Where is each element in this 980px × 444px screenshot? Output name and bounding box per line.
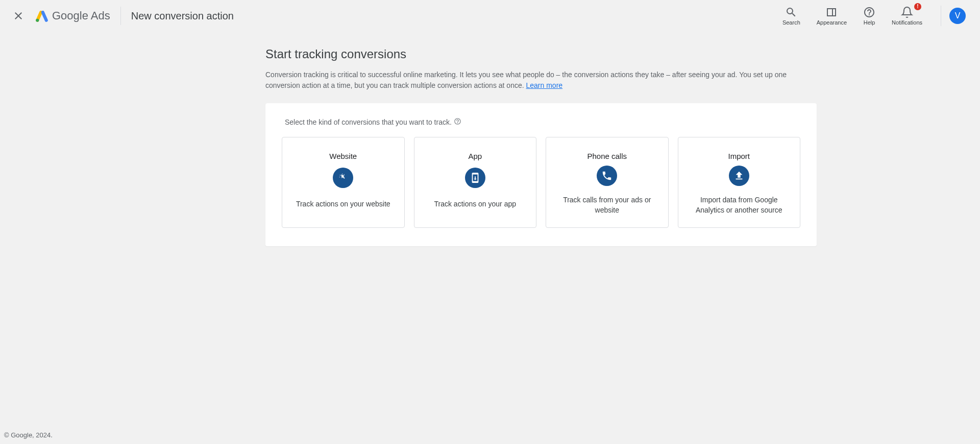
options-panel: Select the kind of conversions that you … (265, 103, 817, 246)
upload-icon (729, 166, 749, 186)
header-right-divider (941, 6, 941, 26)
mobile-app-icon (465, 168, 485, 188)
app-header: Google Ads New conversion action Search … (0, 0, 980, 32)
google-ads-logo-icon (35, 9, 49, 23)
brand-text: Google Ads (52, 9, 110, 22)
option-card-import[interactable]: Import Import data from Google Analytics… (678, 137, 801, 228)
option-card-phone[interactable]: Phone calls Track calls from your ads or… (546, 137, 669, 228)
help-label: Help (864, 19, 875, 26)
close-button[interactable] (12, 10, 24, 22)
appearance-label: Appearance (817, 19, 847, 26)
main-content: Start tracking conversions Conversion tr… (148, 32, 832, 267)
footer-copyright: © Google, 2024. (4, 431, 53, 439)
main-heading: Start tracking conversions (265, 47, 817, 61)
page-title: New conversion action (131, 10, 234, 22)
option-card-website[interactable]: Website Track actions on your website (282, 137, 405, 228)
phone-icon (597, 166, 617, 186)
help-icon (863, 6, 875, 18)
search-icon (785, 6, 797, 18)
cursor-click-icon (333, 168, 353, 188)
learn-more-link[interactable]: Learn more (526, 81, 563, 89)
header-left: Google Ads New conversion action (12, 7, 234, 25)
notifications-label: Notifications (892, 19, 922, 26)
header-right: Search Appearance Help ! Notifications V (776, 4, 968, 28)
bell-icon (901, 6, 913, 18)
main-description: Conversion tracking is critical to succe… (265, 69, 817, 91)
help-button[interactable]: Help (857, 4, 881, 28)
option-desc: Import data from Google Analytics or ano… (687, 195, 792, 215)
avatar[interactable]: V (949, 8, 966, 24)
option-title: Phone calls (587, 152, 627, 160)
search-label: Search (782, 19, 800, 26)
appearance-icon (825, 6, 838, 18)
appearance-button[interactable]: Appearance (811, 4, 853, 28)
option-desc: Track actions on your app (434, 199, 516, 209)
options-grid: Website Track actions on your website Ap… (282, 137, 800, 228)
svg-point-0 (36, 19, 39, 22)
option-title: App (468, 152, 482, 160)
panel-instruction: Select the kind of conversions that you … (282, 118, 800, 127)
option-title: Website (329, 152, 357, 160)
help-tooltip-icon[interactable] (454, 118, 461, 127)
option-title: Import (728, 152, 750, 160)
search-button[interactable]: Search (776, 4, 806, 28)
option-card-app[interactable]: App Track actions on your app (414, 137, 537, 228)
notifications-button[interactable]: ! Notifications (886, 4, 928, 28)
logo-area: Google Ads (35, 9, 110, 23)
option-desc: Track actions on your website (296, 199, 390, 209)
option-desc: Track calls from your ads or website (554, 195, 660, 215)
close-icon (12, 10, 24, 22)
header-divider (120, 7, 121, 25)
notification-badge: ! (914, 3, 921, 10)
header-actions: Search Appearance Help ! Notifications (776, 4, 928, 28)
